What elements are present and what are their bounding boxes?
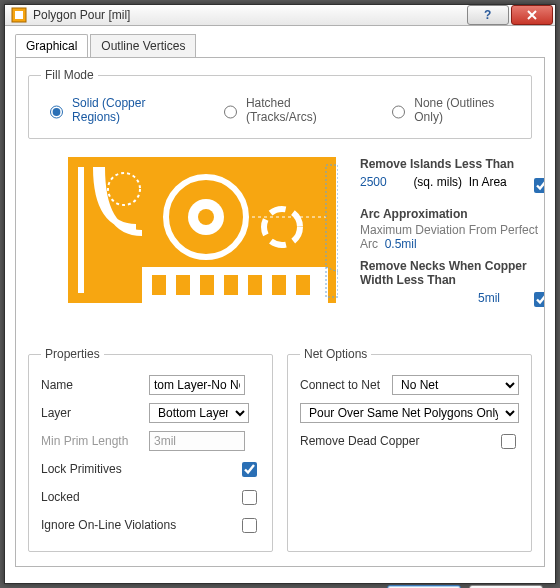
radio-hatched[interactable]: Hatched (Tracks/Arcs): [219, 96, 357, 124]
svg-text:?: ?: [484, 9, 491, 21]
dialog-window: Polygon Pour [mil] ? Graphical Outline V…: [4, 4, 556, 584]
arc-approx-label: Arc Approximation: [360, 207, 545, 221]
button-bar: OK Cancel: [5, 577, 555, 588]
radio-hatched-label: Hatched (Tracks/Arcs): [246, 96, 357, 124]
remove-islands-tail: In Area: [469, 175, 507, 189]
tab-strip: Graphical Outline Vertices: [15, 34, 545, 58]
polygon-preview-icon: [68, 157, 338, 325]
pour-over-select[interactable]: Pour Over Same Net Polygons Only: [300, 403, 519, 423]
min-prim-length-label: Min Prim Length: [41, 434, 149, 448]
remove-necks-checkbox[interactable]: [534, 292, 545, 307]
layer-label: Layer: [41, 406, 149, 420]
remove-necks-label: Remove Necks When Copper Width Less Than: [360, 259, 530, 287]
remove-dead-copper-label: Remove Dead Copper: [300, 434, 460, 448]
lock-primitives-label: Lock Primitives: [41, 462, 149, 476]
remove-dead-copper-checkbox[interactable]: [501, 434, 516, 449]
radio-none-input[interactable]: [392, 105, 405, 119]
remove-islands-row: 2500 (sq. mils) In Area: [360, 175, 545, 189]
min-prim-length-input: [149, 431, 245, 451]
layer-select[interactable]: Bottom Layer: [149, 403, 249, 423]
net-options-group: Net Options Connect to Net No Net Pour O…: [287, 347, 532, 552]
lock-primitives-checkbox[interactable]: [242, 462, 257, 477]
polygon-pour-icon: [11, 7, 27, 23]
net-options-legend: Net Options: [300, 347, 371, 361]
connect-to-net-select[interactable]: No Net: [392, 375, 519, 395]
radio-solid[interactable]: Solid (Copper Regions): [45, 96, 189, 124]
arc-approx-value[interactable]: 0.5mil: [385, 237, 417, 251]
ignore-violations-checkbox[interactable]: [242, 518, 257, 533]
fill-mode-group: Fill Mode Solid (Copper Regions) Hatched…: [28, 68, 532, 139]
tab-outline-vertices[interactable]: Outline Vertices: [90, 34, 196, 58]
close-button[interactable]: [511, 5, 553, 25]
remove-necks-value[interactable]: 5mil: [478, 291, 500, 305]
preview-area: Remove Islands Less Than 2500 (sq. mils)…: [28, 157, 532, 333]
radio-hatched-input[interactable]: [224, 105, 237, 119]
remove-islands-unit: (sq. mils): [413, 175, 462, 189]
locked-label: Locked: [41, 490, 149, 504]
name-input[interactable]: [149, 375, 245, 395]
help-button[interactable]: ?: [467, 5, 509, 25]
remove-islands-label: Remove Islands Less Than: [360, 157, 545, 171]
svg-rect-1: [15, 11, 23, 19]
fill-mode-legend: Fill Mode: [41, 68, 98, 82]
radio-none[interactable]: None (Outlines Only): [387, 96, 519, 124]
ignore-violations-label: Ignore On-Line Violations: [41, 518, 201, 532]
tab-graphical[interactable]: Graphical: [15, 34, 88, 58]
svg-rect-4: [78, 167, 84, 293]
connect-to-net-label: Connect to Net: [300, 378, 392, 392]
remove-islands-checkbox[interactable]: [534, 178, 545, 193]
titlebar: Polygon Pour [mil] ?: [5, 5, 555, 26]
svg-point-8: [198, 209, 214, 225]
radio-none-label: None (Outlines Only): [414, 96, 519, 124]
locked-checkbox[interactable]: [242, 490, 257, 505]
properties-group: Properties Name Layer Bottom Layer Min P…: [28, 347, 273, 552]
remove-islands-value[interactable]: 2500: [360, 175, 387, 189]
svg-rect-19: [142, 295, 328, 325]
tab-page-graphical: Fill Mode Solid (Copper Regions) Hatched…: [15, 57, 545, 567]
client-area: Graphical Outline Vertices Fill Mode Sol…: [5, 26, 555, 577]
radio-solid-input[interactable]: [50, 105, 63, 119]
arc-approx-desc: Maximum Deviation From Perfect Arc 0.5mi…: [360, 223, 545, 251]
window-title: Polygon Pour [mil]: [33, 8, 467, 22]
name-label: Name: [41, 378, 149, 392]
properties-legend: Properties: [41, 347, 104, 361]
radio-solid-label: Solid (Copper Regions): [72, 96, 189, 124]
